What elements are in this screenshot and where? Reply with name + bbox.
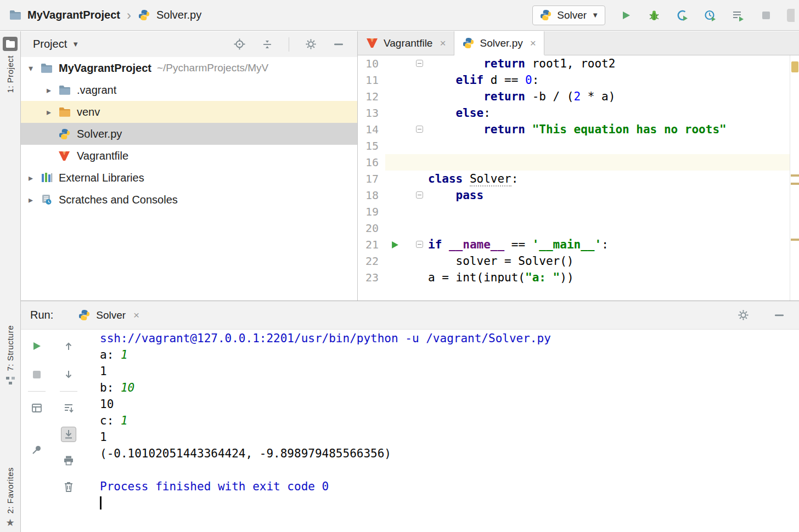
down-stack-trace-icon[interactable] bbox=[61, 367, 76, 382]
tree-item-label: External Libraries bbox=[59, 172, 144, 184]
close-icon[interactable]: × bbox=[133, 309, 139, 321]
fold-icon[interactable] bbox=[416, 126, 423, 133]
stop-icon bbox=[759, 8, 773, 22]
run-toolbar bbox=[21, 330, 85, 532]
restore-layout-icon[interactable] bbox=[29, 400, 44, 416]
tab-solver-py[interactable]: Solver.py × bbox=[454, 31, 544, 55]
console-line: (-0.10102051443364424, -9.89897948556635… bbox=[100, 445, 799, 462]
tree-item--vagrant[interactable]: ▸.vagrant bbox=[21, 79, 357, 101]
code-line-23[interactable]: 23a = int(input("a: ")) bbox=[358, 269, 799, 283]
code-line-22[interactable]: 22 solver = Solver() bbox=[358, 253, 799, 269]
stripe-item-project[interactable]: 1: Project bbox=[0, 37, 20, 93]
collapse-all-icon[interactable] bbox=[261, 38, 274, 51]
tree-item-solver-py[interactable]: Solver.py bbox=[21, 123, 357, 145]
fold-icon[interactable] bbox=[416, 191, 423, 199]
code-line-18[interactable]: 18 pass bbox=[358, 187, 799, 203]
gutter bbox=[379, 121, 428, 138]
project-panel-title[interactable]: Project bbox=[33, 38, 67, 50]
tree-item-external-libraries[interactable]: ▸External Libraries bbox=[21, 167, 357, 189]
code-line-19[interactable]: 19 bbox=[358, 203, 799, 220]
warning-stripe-mark[interactable] bbox=[791, 183, 799, 185]
gear-icon[interactable] bbox=[736, 309, 750, 322]
chevron-down-icon[interactable]: ▾ bbox=[29, 63, 41, 73]
coverage-icon[interactable] bbox=[675, 8, 689, 22]
console-line: b: 10 bbox=[100, 380, 799, 396]
tree-item-path: ~/PycharmProjects/MyV bbox=[157, 62, 357, 74]
chevron-right-icon[interactable]: ▸ bbox=[29, 195, 41, 205]
run-line-icon[interactable] bbox=[391, 241, 399, 249]
close-icon[interactable]: × bbox=[530, 37, 536, 49]
code-line-21[interactable]: 21if __name__ == '__main__': bbox=[358, 236, 799, 253]
code-line-17[interactable]: 17class Solver: bbox=[358, 171, 799, 187]
chevron-right-icon[interactable]: ▸ bbox=[29, 173, 41, 183]
code-line-12[interactable]: 12 return -b / (2 * a) bbox=[358, 88, 799, 105]
chevron-right-icon[interactable]: ▸ bbox=[47, 85, 59, 95]
structure-icon bbox=[5, 376, 15, 388]
breadcrumb-file[interactable]: Solver.py bbox=[156, 9, 201, 21]
tree-item-venv[interactable]: ▸venv bbox=[21, 101, 357, 123]
chevron-right-icon[interactable]: ▸ bbox=[47, 107, 59, 117]
code-line-20[interactable]: 20 bbox=[358, 220, 799, 236]
python-icon bbox=[77, 309, 91, 322]
tree-item-vagrantfile[interactable]: Vagrantfile bbox=[21, 145, 357, 167]
console-line: ssh://vagrant@127.0.0.1:2201/usr/bin/pyt… bbox=[100, 330, 799, 347]
hide-panel-icon[interactable] bbox=[773, 309, 786, 322]
profiler-clock-icon[interactable] bbox=[703, 8, 717, 22]
gutter bbox=[379, 55, 428, 72]
line-number: 11 bbox=[358, 73, 379, 87]
code-line-10[interactable]: 10 return root1, root2 bbox=[358, 55, 799, 72]
locate-target-icon[interactable] bbox=[233, 38, 246, 51]
warning-stripe-mark[interactable] bbox=[791, 239, 799, 241]
code-line-16[interactable]: 16 bbox=[358, 154, 799, 171]
chevron-down-icon[interactable]: ▼ bbox=[72, 40, 79, 48]
editor-scroll-stripe[interactable] bbox=[790, 55, 799, 301]
code-editor[interactable]: 10 return root1, root211 elif d == 0:12 … bbox=[358, 55, 799, 283]
console-output[interactable]: ssh://vagrant@127.0.0.1:2201/usr/bin/pyt… bbox=[85, 330, 799, 532]
tab-vagrantfile[interactable]: Vagrantfile × bbox=[358, 31, 454, 55]
scratches-icon bbox=[41, 194, 59, 205]
gear-icon[interactable] bbox=[304, 38, 317, 51]
run-configurations-icon[interactable] bbox=[731, 8, 745, 22]
hide-panel-icon[interactable] bbox=[332, 38, 345, 51]
gutter bbox=[379, 236, 428, 253]
breadcrumb-project[interactable]: MyVagrantProject bbox=[27, 9, 120, 21]
console-line: 10 bbox=[100, 396, 799, 412]
run-icon[interactable] bbox=[619, 8, 633, 22]
scroll-to-end-icon[interactable] bbox=[61, 427, 76, 442]
code-text: a = int(input("a: ")) bbox=[428, 271, 574, 283]
pin-icon[interactable] bbox=[29, 442, 44, 457]
vagrant-icon bbox=[59, 151, 77, 161]
console-caret-line[interactable] bbox=[100, 495, 799, 511]
fold-icon[interactable] bbox=[416, 241, 423, 248]
project-tool-icon bbox=[3, 37, 18, 51]
stripe-item-structure[interactable]: 7: Structure bbox=[0, 325, 20, 388]
tree-item-scratches-and-consoles[interactable]: ▸Scratches and Consoles bbox=[21, 189, 357, 211]
print-icon[interactable] bbox=[61, 453, 76, 468]
vagrant-icon bbox=[365, 37, 379, 50]
clear-trash-icon[interactable] bbox=[61, 479, 76, 495]
run-config-label: Solver bbox=[557, 9, 587, 21]
stripe-item-favorites[interactable]: 2: Favorites ★ bbox=[0, 467, 20, 528]
line-number: 16 bbox=[358, 156, 379, 169]
code-line-14[interactable]: 14 return "This equation has no roots" bbox=[358, 121, 799, 138]
debug-bug-icon[interactable] bbox=[647, 8, 661, 22]
close-icon[interactable]: × bbox=[440, 37, 446, 49]
code-line-15[interactable]: 15 bbox=[358, 138, 799, 154]
code-line-13[interactable]: 13 else: bbox=[358, 105, 799, 121]
rerun-icon[interactable] bbox=[29, 338, 44, 354]
editor-area: Vagrantfile × Solver.py × 10 return root… bbox=[358, 31, 799, 301]
up-stack-trace-icon[interactable] bbox=[61, 338, 76, 354]
gutter bbox=[379, 253, 428, 269]
warning-stripe-mark[interactable] bbox=[791, 174, 799, 177]
run-config-select[interactable]: Solver ▼ bbox=[532, 5, 605, 25]
gutter bbox=[379, 105, 428, 121]
tool-window-stripe: 1: Project 7: Structure 2: Favorites ★ bbox=[0, 31, 21, 532]
soft-wrap-icon[interactable] bbox=[61, 400, 76, 416]
code-text: else: bbox=[428, 106, 491, 120]
tree-item-myvagrantproject[interactable]: ▾MyVagrantProject~/PycharmProjects/MyV bbox=[21, 57, 357, 79]
line-number: 19 bbox=[358, 205, 379, 218]
fold-icon[interactable] bbox=[416, 60, 423, 67]
line-number: 13 bbox=[358, 106, 379, 120]
code-line-11[interactable]: 11 elif d == 0: bbox=[358, 72, 799, 88]
run-tab-solver[interactable]: Solver × bbox=[77, 309, 139, 322]
